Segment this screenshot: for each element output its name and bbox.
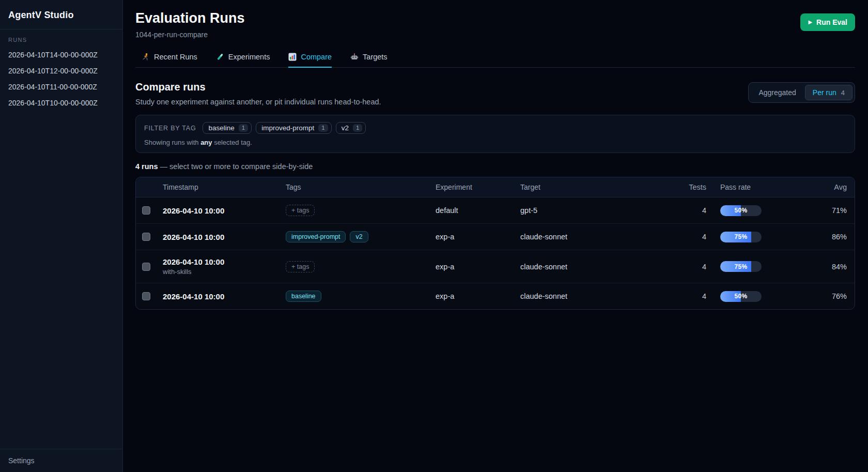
filter-chip-list: baseline1improved-prompt1v21: [203, 122, 370, 134]
runs-summary: 4 runs — select two or more to compare s…: [135, 162, 855, 171]
pass-rate-label: 75%: [720, 261, 762, 272]
bar-chart-icon: [288, 53, 297, 61]
add-tags-button[interactable]: + tags: [286, 261, 315, 272]
runs-section-label: RUNS: [8, 37, 114, 43]
settings-link[interactable]: Settings: [8, 456, 114, 465]
sidebar-run-item[interactable]: 2026-04-10T10-00-00-000Z: [8, 95, 114, 111]
run-tests-count: 4: [635, 233, 706, 241]
pass-rate-label: 50%: [720, 291, 762, 302]
column-header-experiment: Experiment: [429, 183, 514, 191]
filter-showing-text: Showing runs with any selected tag.: [144, 139, 846, 146]
run-target: claude-sonnet: [514, 292, 635, 300]
tab-recent-runs[interactable]: Recent Runs: [142, 53, 197, 67]
filter-row: FILTER BY TAG baseline1improved-prompt1v…: [144, 122, 846, 134]
page-title: Evaluation Runs: [135, 10, 245, 26]
run-tests-count: 4: [635, 292, 706, 300]
table-row: 2026-04-10 10:00improved-promptv2exp-acl…: [136, 224, 855, 250]
sidebar-footer: Settings: [0, 449, 122, 472]
compare-subtitle: Study one experiment against another, or…: [135, 98, 381, 106]
run-timestamp: 2026-04-10 10:00: [163, 233, 280, 241]
run-sublabel: with-skills: [163, 268, 280, 276]
toggle-label: Per run: [813, 88, 836, 97]
run-experiment: default: [429, 206, 514, 215]
run-tag-pill-baseline[interactable]: baseline: [286, 291, 321, 302]
compare-title: Compare runs: [135, 81, 381, 93]
sidebar-run-item[interactable]: 2026-04-10T12-00-00-000Z: [8, 63, 114, 79]
toggle-label: Aggregated: [758, 88, 796, 97]
sidebar-run-item[interactable]: 2026-04-10T11-00-00-000Z: [8, 79, 114, 95]
column-header-timestamp: Timestamp: [157, 183, 280, 191]
pass-rate-bar: 50%: [720, 291, 762, 302]
page-header: Evaluation Runs 1044-per-run-compare ▶ R…: [135, 10, 855, 39]
column-header-tags: Tags: [280, 183, 429, 191]
run-timestamp: 2026-04-10 10:00: [163, 257, 280, 266]
tab-label: Experiments: [228, 53, 270, 61]
toggle-aggregated[interactable]: Aggregated: [751, 85, 803, 100]
sidebar-runs-section: RUNS 2026-04-10T14-00-00-000Z2026-04-10T…: [0, 29, 122, 449]
run-target: claude-sonnet: [514, 263, 635, 271]
chip-label: baseline: [208, 124, 234, 132]
run-avg-score: 71%: [768, 206, 855, 215]
table-row: 2026-04-10 10:00with-skills+ tagsexp-acl…: [136, 250, 855, 283]
tab-experiments[interactable]: Experiments: [216, 53, 270, 67]
filter-tag-chip-baseline[interactable]: baseline1: [203, 122, 252, 134]
main-content: Evaluation Runs 1044-per-run-compare ▶ R…: [123, 0, 868, 472]
run-tests-count: 4: [635, 263, 706, 271]
run-experiment: exp-a: [429, 263, 514, 271]
tab-compare[interactable]: Compare: [288, 53, 332, 67]
pass-rate-label: 75%: [720, 232, 762, 242]
run-tag-pill-v2[interactable]: v2: [350, 231, 368, 242]
runs-table: TimestampTagsExperimentTargetTestsPass r…: [135, 177, 855, 310]
chip-label: v2: [342, 124, 349, 132]
run-target: gpt-5: [514, 206, 635, 215]
chip-count-badge: 1: [239, 124, 248, 132]
add-tags-button[interactable]: + tags: [286, 205, 315, 216]
run-eval-label: Run Eval: [816, 18, 847, 26]
sidebar-run-item[interactable]: 2026-04-10T14-00-00-000Z: [8, 47, 114, 63]
test-tube-icon: [216, 53, 224, 61]
run-timestamp: 2026-04-10 10:00: [163, 292, 280, 301]
play-icon: ▶: [808, 20, 812, 25]
table-row: 2026-04-10 10:00+ tagsdefaultgpt-5450%71…: [136, 197, 855, 224]
pass-rate-bar: 75%: [720, 261, 762, 272]
pass-rate-label: 50%: [720, 205, 762, 216]
filter-tag-chip-v2[interactable]: v21: [336, 122, 366, 134]
run-select-checkbox[interactable]: [142, 206, 150, 215]
run-select-checkbox[interactable]: [142, 233, 150, 241]
tab-label: Targets: [363, 53, 388, 61]
tab-label: Recent Runs: [154, 53, 197, 61]
run-avg-score: 76%: [768, 292, 855, 300]
tab-targets[interactable]: Targets: [350, 53, 388, 67]
run-target: claude-sonnet: [514, 233, 635, 241]
app-root: AgentV Studio RUNS 2026-04-10T14-00-00-0…: [0, 0, 868, 472]
runner-icon: [142, 53, 150, 61]
app-title: AgentV Studio: [0, 0, 122, 29]
page-title-block: Evaluation Runs 1044-per-run-compare: [135, 10, 245, 39]
run-select-checkbox[interactable]: [142, 263, 150, 271]
pass-rate-bar: 50%: [720, 205, 762, 216]
column-header-tests: Tests: [635, 183, 706, 191]
run-eval-button[interactable]: ▶ Run Eval: [800, 13, 855, 31]
compare-section-header: Compare runs Study one experiment agains…: [135, 81, 855, 106]
column-header-target: Target: [514, 183, 635, 191]
sidebar: AgentV Studio RUNS 2026-04-10T14-00-00-0…: [0, 0, 123, 472]
column-header-pass-rate: Pass rate: [706, 183, 768, 191]
pass-rate-bar: 75%: [720, 232, 762, 242]
table-row: 2026-04-10 10:00baselineexp-aclaude-sonn…: [136, 283, 855, 309]
filter-tag-chip-improved-prompt[interactable]: improved-prompt1: [256, 122, 331, 134]
run-avg-score: 86%: [768, 233, 855, 241]
column-header-avg: Avg: [768, 183, 855, 191]
view-mode-toggle: AggregatedPer run4: [748, 82, 855, 103]
run-experiment: exp-a: [429, 233, 514, 241]
robot-icon: [350, 53, 359, 61]
filter-card: FILTER BY TAG baseline1improved-prompt1v…: [135, 115, 855, 153]
toggle-per-run[interactable]: Per run4: [805, 85, 853, 100]
run-list: 2026-04-10T14-00-00-000Z2026-04-10T12-00…: [8, 47, 114, 111]
chip-count-badge: 1: [353, 124, 362, 132]
table-header-row: TimestampTagsExperimentTargetTestsPass r…: [136, 177, 855, 197]
run-select-checkbox[interactable]: [142, 292, 150, 300]
run-tag-pill-improved-prompt[interactable]: improved-prompt: [286, 231, 346, 242]
tab-label: Compare: [301, 53, 332, 61]
filter-label: FILTER BY TAG: [144, 125, 196, 132]
run-avg-score: 84%: [768, 263, 855, 271]
